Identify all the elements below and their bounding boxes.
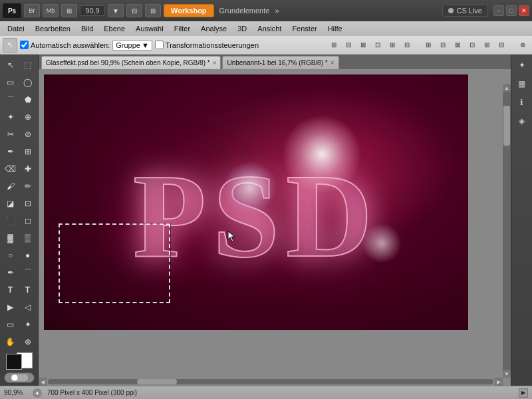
svg-point-1 (11, 374, 18, 381)
magic-wand-tool[interactable]: ✦ (3, 109, 19, 125)
dodge-tool[interactable]: ○ (3, 247, 19, 263)
vscroll-down-btn[interactable]: ▼ (503, 370, 511, 378)
pattern-stamp-tool[interactable]: ⊡ (20, 196, 36, 211)
artboard-tool[interactable]: ⬚ (20, 57, 36, 73)
cs-live-btn[interactable]: CS Live (442, 5, 488, 17)
view-toggle-btn[interactable]: ⊞ (61, 4, 77, 17)
lasso-tool[interactable]: ⌒ (3, 92, 19, 108)
distribute-icon-4[interactable]: ⊡ (466, 39, 479, 52)
auto-select-label: Automatisch auswählen: (20, 41, 110, 49)
direct-select-tool[interactable]: ◁ (20, 299, 36, 315)
foreground-color-swatch[interactable] (6, 354, 22, 370)
poly-lasso-tool[interactable]: ⬟ (20, 92, 36, 108)
eyedropper-tool[interactable]: ✒ (3, 144, 19, 160)
tab-unbenannt-close[interactable]: × (331, 59, 334, 66)
hscroll-right-btn[interactable]: ▶ (495, 378, 503, 386)
eraser-tool[interactable]: ⬛ (3, 213, 19, 229)
rect-marquee-tool[interactable]: ▭ (3, 74, 19, 90)
menu-filter[interactable]: Filter (170, 23, 195, 34)
vscroll-thumb[interactable] (503, 106, 510, 146)
canvas-toggle-btn[interactable]: ⊞ (145, 4, 161, 17)
tab-glaseffekt-close[interactable]: × (213, 59, 217, 66)
menu-3d[interactable]: 3D (233, 23, 251, 34)
clone-stamp-tool[interactable]: ◪ (3, 196, 19, 211)
rp-histogram-btn[interactable]: ▦ (514, 76, 530, 92)
align-center-h-icon[interactable]: ⊟ (342, 39, 355, 52)
burn-tool[interactable]: ● (20, 247, 36, 263)
transform-checkbox[interactable] (155, 41, 164, 49)
align-center-v-icon[interactable]: ⊞ (386, 39, 399, 52)
zoom-dropdown-btn[interactable]: ▼ (108, 4, 124, 17)
pen-tool[interactable]: ✒ (3, 265, 19, 281)
photoshop-canvas[interactable]: PSD (44, 74, 468, 330)
heal-tool[interactable]: ✚ (20, 161, 36, 177)
vertical-scrollbar[interactable]: ▲ ▼ (503, 84, 511, 378)
align-left-icon[interactable]: ⊞ (327, 39, 340, 52)
status-warning-icon[interactable]: ▲ (33, 388, 42, 398)
br-btn[interactable]: Br (24, 4, 40, 17)
spot-heal-tool[interactable]: ⌫ (3, 161, 19, 177)
menu-analyse[interactable]: Analyse (196, 23, 231, 34)
vscroll-track[interactable] (503, 92, 511, 370)
current-tool-icon: ↖ (3, 38, 17, 53)
ellipse-marquee-tool[interactable]: ◯ (20, 74, 36, 90)
menu-ansicht[interactable]: Ansicht (253, 23, 286, 34)
menu-bearbeiten[interactable]: Bearbeiten (31, 23, 75, 34)
tab-glaseffekt[interactable]: Glaseffekt.psd bei 90,9% (Schein oben Ko… (41, 56, 221, 69)
ruler-tool[interactable]: ⊞ (20, 144, 36, 160)
crop-tool[interactable]: ✂ (3, 126, 19, 142)
fill-tool[interactable]: ▒ (20, 230, 36, 246)
group-dropdown[interactable]: Gruppe ▼ (112, 40, 152, 51)
vert-type-tool[interactable]: T (20, 282, 36, 298)
screen-mode-icon[interactable] (4, 372, 35, 383)
grundelemente-link[interactable]: Grundelemente (219, 7, 270, 15)
menu-auswahl[interactable]: Auswahl (131, 23, 168, 34)
type-tool[interactable]: T (3, 282, 19, 298)
close-btn[interactable]: ✕ (519, 5, 529, 16)
horizontal-scrollbar[interactable]: ◀ ▶ (39, 378, 503, 386)
status-arrow-btn[interactable]: ▶ (519, 388, 528, 398)
minimize-btn[interactable]: – (493, 5, 504, 16)
hand-tool[interactable]: ✋ (3, 334, 19, 350)
custom-shape-tool[interactable]: ✦ (20, 317, 36, 332)
pencil-tool[interactable]: ✏ (20, 178, 36, 194)
menu-ebene[interactable]: Ebene (99, 23, 130, 34)
freeform-pen-tool[interactable]: ⌒ (20, 265, 36, 281)
canvas-mode-btn[interactable]: ⊟ (126, 4, 142, 17)
brush-tool[interactable]: 🖌 (3, 178, 19, 194)
distribute-icon-5[interactable]: ⊞ (480, 39, 493, 52)
tab-unbenannt[interactable]: Unbenannt-1 bei 16,7% (RGB/8) * × (222, 56, 338, 69)
align-bottom-icon[interactable]: ⊟ (400, 39, 414, 52)
distribute-icon-3[interactable]: ⊠ (451, 39, 464, 52)
hscroll-track[interactable] (48, 379, 493, 384)
distribute-icon-1[interactable]: ⊞ (422, 39, 435, 52)
auto-select-checkbox[interactable] (20, 41, 29, 49)
rp-info-btn[interactable]: ℹ (514, 94, 530, 110)
bg-eraser-tool[interactable]: ◻ (20, 213, 36, 229)
mb-btn[interactable]: Mb (43, 4, 59, 17)
align-right-icon[interactable]: ⊠ (356, 39, 370, 52)
gradient-tool[interactable]: ▓ (3, 230, 19, 246)
rp-star-btn[interactable]: ✦ (514, 57, 530, 73)
align-top-icon[interactable]: ⊡ (371, 39, 384, 52)
menu-datei[interactable]: Datei (3, 23, 29, 34)
zoom-tool[interactable]: ⊕ (20, 334, 36, 350)
hscroll-left-btn[interactable]: ◀ (39, 378, 47, 386)
more-workspaces-btn[interactable]: » (275, 7, 279, 15)
rp-layers-btn[interactable]: ◈ (514, 113, 530, 129)
workspace-button[interactable]: Workshop (164, 4, 214, 17)
shape-tool[interactable]: ▭ (3, 317, 19, 332)
quick-select-tool[interactable]: ⊕ (20, 109, 36, 125)
path-select-tool[interactable]: ▶ (3, 299, 19, 315)
move-tool[interactable]: ↖ (3, 57, 19, 73)
vscroll-up-btn[interactable]: ▲ (503, 84, 511, 92)
extra-opt-icon[interactable]: ⊕ (516, 39, 529, 52)
slice-tool[interactable]: ⊘ (20, 126, 36, 142)
hscroll-thumb[interactable] (137, 379, 177, 384)
distribute-icon-2[interactable]: ⊟ (436, 39, 450, 52)
distribute-icon-6[interactable]: ⊟ (495, 39, 508, 52)
menu-fenster[interactable]: Fenster (287, 23, 321, 34)
menu-hilfe[interactable]: Hilfe (323, 23, 347, 34)
maximize-btn[interactable]: □ (506, 5, 517, 16)
menu-bild[interactable]: Bild (76, 23, 98, 34)
